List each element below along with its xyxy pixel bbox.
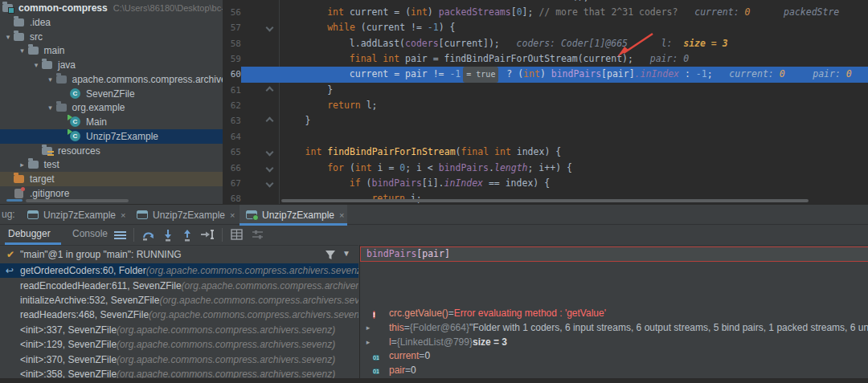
step-over-icon[interactable] bbox=[141, 228, 156, 242]
code-line-60[interactable]: current = pair != -1= true ? (int) bindP… bbox=[283, 67, 868, 83]
close-icon[interactable]: × bbox=[230, 210, 235, 220]
return-arrow-icon: ↩ bbox=[6, 265, 20, 276]
code-line-59[interactable]: final int pair = findBindPairForOutStrea… bbox=[283, 51, 689, 67]
filter-icon[interactable] bbox=[325, 250, 336, 260]
gutter-line-number[interactable]: 67 bbox=[223, 176, 241, 191]
tree-item-org-example[interactable]: ▾org.example bbox=[0, 100, 223, 115]
tab-debugger[interactable]: Debugger bbox=[8, 228, 51, 239]
debug-session-tab-2[interactable]: Unzip7zExample× bbox=[130, 205, 238, 225]
tree-chevron-icon[interactable]: ▾ bbox=[18, 47, 27, 55]
tree-item-label: src bbox=[30, 31, 43, 43]
fold-marker-expanded-icon[interactable] bbox=[266, 179, 274, 187]
stack-frame-row[interactable]: <init>:370, SevenZFile (org.apache.commo… bbox=[0, 352, 358, 366]
code-line-62[interactable]: return l; bbox=[283, 98, 378, 114]
tree-item-label: org.example bbox=[72, 102, 125, 113]
run-to-cursor-icon[interactable] bbox=[199, 228, 214, 242]
code-line-58[interactable]: l.addLast(coders[current]); coders: Code… bbox=[283, 36, 728, 52]
tree-chevron-icon[interactable]: ▾ bbox=[46, 75, 55, 84]
gutter-line-number[interactable]: 56 bbox=[223, 5, 241, 20]
tree-scrollbar-segment[interactable] bbox=[6, 199, 23, 202]
fold-marker-expanded-icon[interactable] bbox=[266, 24, 274, 32]
evaluate-expression-input[interactable]: bindPairs[pair] bbox=[360, 247, 868, 262]
code-line-57[interactable]: while (current != -1) { bbox=[283, 20, 455, 36]
tree-item-root[interactable]: common-compressC:\Users\86180\Desktop\bc… bbox=[0, 1, 223, 15]
tree-chevron-icon[interactable]: ▾ bbox=[3, 33, 13, 41]
gutter-line-number[interactable]: 65 bbox=[223, 145, 241, 160]
debug-session-tab-1[interactable]: Unzip7zExample× bbox=[21, 205, 129, 225]
close-icon[interactable]: × bbox=[339, 210, 344, 220]
stack-frame-row[interactable]: readHeaders:468, SevenZFile (org.apache.… bbox=[0, 308, 358, 322]
tree-item-main[interactable]: CMain bbox=[0, 115, 223, 129]
fold-marker-end-icon[interactable] bbox=[266, 117, 274, 125]
debug-session-tab-3[interactable]: Unzip7zExample× bbox=[240, 205, 347, 225]
expand-arrow-icon[interactable]: ▸ bbox=[363, 338, 373, 346]
variable-name: crc.getValue() bbox=[389, 308, 448, 319]
gutter-line-number[interactable]: 57 bbox=[223, 20, 241, 35]
close-icon[interactable]: × bbox=[121, 210, 125, 220]
step-into-icon[interactable] bbox=[161, 228, 175, 242]
gutter-line-number[interactable]: 59 bbox=[223, 51, 241, 67]
tree-item--idea[interactable]: .idea bbox=[0, 15, 223, 30]
tree-item-main[interactable]: ▾main bbox=[0, 43, 223, 58]
fold-marker-end-icon[interactable] bbox=[266, 86, 274, 94]
stack-frame-row[interactable]: ↩getOrderedCoders:60, Folder (org.apache… bbox=[0, 263, 358, 278]
tree-item-label: resources bbox=[58, 145, 100, 157]
stack-frame-row[interactable]: readEncodedHeader:611, SevenZFile (org.a… bbox=[0, 278, 358, 292]
gutter-line-number[interactable]: 68 bbox=[223, 191, 241, 204]
fold-marker-expanded-icon[interactable] bbox=[266, 164, 274, 172]
gutter-line-number[interactable]: 61 bbox=[223, 83, 241, 98]
gutter-line-number[interactable]: 66 bbox=[223, 161, 241, 176]
tree-item-test[interactable]: ▸test bbox=[0, 157, 223, 172]
tree-chevron-icon[interactable]: ▸ bbox=[18, 161, 27, 169]
tree-item-resources[interactable]: resources bbox=[0, 144, 223, 158]
code-line-66[interactable]: for (int i = 0; i < bindPairs.length; i+… bbox=[283, 161, 572, 177]
view-breakpoints-icon[interactable] bbox=[230, 228, 244, 242]
tab-console[interactable]: Console bbox=[72, 228, 108, 239]
tree-item-label: Unzip7zExample bbox=[86, 131, 158, 142]
project-root-path: C:\Users\86180\Desktop\bc-ja bbox=[113, 3, 223, 13]
frame-location: getOrderedCoders:60, Folder bbox=[20, 265, 146, 276]
settings-sliders-icon[interactable] bbox=[251, 228, 265, 242]
run-badge-icon bbox=[68, 129, 72, 135]
chevron-down-icon[interactable]: ▼ bbox=[342, 249, 350, 258]
tree-item-unzip7zexample[interactable]: CUnzip7zExample bbox=[0, 129, 223, 144]
tree-chevron-icon[interactable]: ▾ bbox=[31, 61, 41, 69]
stack-frame-row[interactable]: <init>:337, SevenZFile (org.apache.commo… bbox=[0, 323, 358, 337]
gutter-line-number[interactable]: 64 bbox=[223, 129, 241, 145]
variable-row-current[interactable]: 01current = 0 bbox=[360, 348, 868, 363]
tree-item-src[interactable]: ▾src bbox=[0, 30, 223, 44]
step-out-icon[interactable] bbox=[180, 228, 194, 242]
gutter-line-number[interactable]: 58 bbox=[223, 36, 241, 51]
gutter-line-number[interactable]: 63 bbox=[223, 113, 241, 128]
code-line-56[interactable]: int current = (int) packedStreams[0]; //… bbox=[283, 5, 839, 21]
variable-row-this[interactable]: ▸this = {Folder@664} "Folder with 1 code… bbox=[360, 320, 868, 335]
thread-status-text: "main"@1 in group "main": RUNNING bbox=[20, 249, 182, 260]
tree-horizontal-scrollbar[interactable] bbox=[26, 199, 129, 202]
tree-item-target[interactable]: target bbox=[0, 172, 223, 186]
tree-item-java[interactable]: ▾java bbox=[0, 58, 223, 72]
code-line-67[interactable]: if (bindPairs[i].inIndex == index) { bbox=[283, 176, 550, 192]
layout-menu-icon[interactable] bbox=[114, 231, 126, 239]
fold-marker-expanded-icon[interactable] bbox=[266, 149, 274, 157]
stack-frame-row[interactable]: initializeArchive:532, SevenZFile (org.a… bbox=[0, 293, 358, 308]
gutter-line-number[interactable]: 62 bbox=[223, 98, 241, 113]
resources-icon bbox=[41, 145, 54, 157]
editor-horizontal-scrollbar[interactable] bbox=[281, 199, 809, 202]
variable-row-pair[interactable]: 01pair = 0 bbox=[360, 363, 868, 377]
tree-item-apache-commons-compress-archivers-sev[interactable]: ▾apache.commons.compress.archivers.sev bbox=[0, 72, 223, 87]
code-editor[interactable]: 5556575859606162636465666768 final Linke… bbox=[223, 0, 868, 204]
variable-row-crc-getvalue-[interactable]: !crc.getValue() = Error evaluating metho… bbox=[360, 307, 868, 321]
tree-chevron-icon[interactable]: ▾ bbox=[46, 104, 55, 112]
expand-arrow-icon[interactable]: ▸ bbox=[363, 324, 373, 332]
variable-row-l[interactable]: ▸l = {LinkedList@799} size = 3 bbox=[360, 335, 868, 349]
tree-item-sevenzfile[interactable]: CSevenZFile bbox=[0, 87, 223, 101]
code-line-61[interactable]: } bbox=[283, 83, 333, 99]
code-line-65[interactable]: int findBindPairForInStream(final int in… bbox=[283, 145, 561, 161]
code-line-63[interactable]: } bbox=[283, 113, 311, 129]
thread-selector[interactable]: ✔ "main"@1 in group "main": RUNNING ▼ bbox=[0, 247, 358, 263]
toolbar-separator bbox=[222, 228, 223, 242]
stack-frame-row[interactable]: <init>:129, SevenZFile (org.apache.commo… bbox=[0, 337, 358, 352]
tree-item-label: main bbox=[44, 45, 65, 56]
debug-tab-strip: ug: Unzip7zExample×Unzip7zExample×Unzip7… bbox=[0, 205, 868, 225]
gutter-line-number[interactable]: 60 bbox=[223, 67, 241, 82]
